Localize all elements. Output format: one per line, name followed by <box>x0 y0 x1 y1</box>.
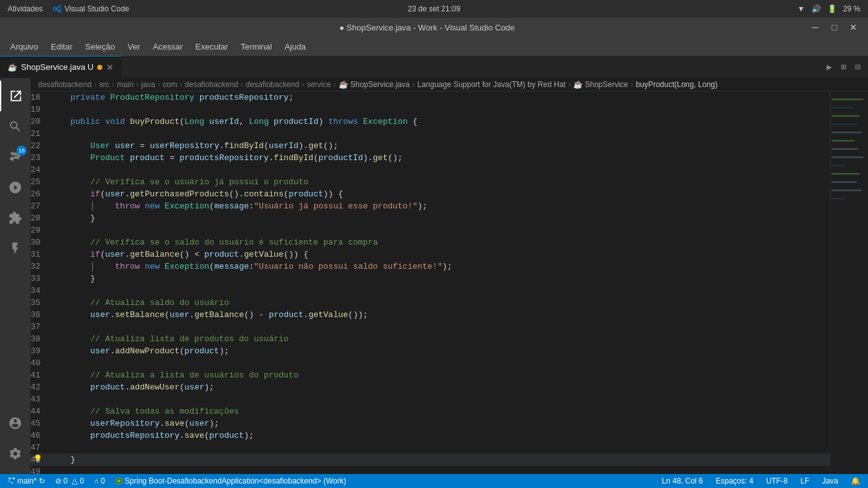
tabs-bar: ☕ ShopService.java U ✕ ▶ ⊞ ⊟ <box>0 56 868 78</box>
git-branch-item[interactable]: main* ↻ <box>5 477 48 485</box>
table-row: 48 💡 } <box>31 454 830 466</box>
table-row: 43 <box>31 393 830 405</box>
status-right: Ln 48, Col 6 Espaços: 4 UTF-8 LF Java 🔔 <box>660 477 863 485</box>
table-row: 38 // Atualiza lista de produtos do usuá… <box>31 333 830 345</box>
activity-bar: 18 <box>0 78 31 474</box>
status-bar: main* ↻ ⊘ 0 △ 0 ⑃ 0 Spring Boot-Desafiob… <box>0 474 868 488</box>
table-row: 39 user.addNewProduct(product); <box>31 345 830 357</box>
sidebar-item-search[interactable] <box>0 111 31 142</box>
vscode-label: Visual Studio Code <box>53 4 129 13</box>
lightbulb-icon[interactable]: 💡 <box>33 454 43 466</box>
main-area: 18 desafiobackend › src › main › <box>0 78 868 474</box>
spring-label: Spring Boot-DesafiobackendApplication<de… <box>125 477 346 485</box>
minimap <box>830 92 868 474</box>
battery-icon: 🔋 <box>827 4 837 13</box>
notifications-item[interactable]: 🔔 <box>848 477 863 485</box>
menu-ver[interactable]: Ver <box>123 39 146 54</box>
tab-label: ShopService.java U <box>21 62 93 72</box>
table-row: 18 private ProductRepository productsRep… <box>31 92 830 104</box>
menu-acessar[interactable]: Acessar <box>148 39 188 54</box>
menu-selecao[interactable]: Seleção <box>80 39 120 54</box>
system-bar: Atividades Visual Studio Code 23 de set … <box>0 0 868 18</box>
wifi-icon: ▼ <box>797 4 805 13</box>
window-controls: ─ □ ✕ <box>808 20 860 34</box>
table-row: 31 if(user.getBalance() < product.getVal… <box>31 248 830 261</box>
status-left: main* ↻ ⊘ 0 △ 0 ⑃ 0 Spring Boot-Desafiob… <box>5 477 349 485</box>
table-row: 23 Product product = productsRepository.… <box>31 152 830 164</box>
volume-icon: 🔊 <box>811 4 821 13</box>
editor-area: desafiobackend › src › main › java › com… <box>31 78 868 474</box>
errors-item[interactable]: ⊘ 0 △ 0 <box>53 477 86 485</box>
table-row: 25 // Verifica se o usuário já possui o … <box>31 176 830 188</box>
split-editor-button[interactable]: ⊞ <box>838 60 848 74</box>
table-row: 26 if(user.getPurchasedProducts().contai… <box>31 188 830 200</box>
table-row: 41 // Atualiza a lista de usuários do pr… <box>31 369 830 381</box>
line-col-item[interactable]: Ln 48, Col 6 <box>660 477 706 485</box>
table-row: 45 userRepository.save(user); <box>31 417 830 430</box>
table-row: 42 product.addNewUser(user); <box>31 381 830 393</box>
tab-close-button[interactable]: ✕ <box>106 62 114 72</box>
datetime-label: 23 de set 21:09 <box>408 4 461 13</box>
menu-bar: Arquivo Editar Seleção Ver Acessar Execu… <box>0 37 868 56</box>
remote-item[interactable]: ⑃ 0 <box>92 477 107 485</box>
menu-executar[interactable]: Executar <box>191 39 233 54</box>
sidebar-item-run-debug[interactable] <box>0 172 31 203</box>
title-bar: ● ShopService.java - Work - Visual Studi… <box>0 18 868 37</box>
source-control-badge: 18 <box>17 146 27 156</box>
eol-item[interactable]: LF <box>798 477 812 485</box>
activity-bar-bottom <box>0 408 31 474</box>
sidebar-item-account[interactable] <box>0 408 31 438</box>
system-bar-right: ▼ 🔊 🔋 29 % <box>797 4 860 13</box>
table-row: 37 <box>31 321 830 333</box>
sidebar-item-extensions[interactable] <box>0 203 31 233</box>
window-title: ● ShopService.java - Work - Visual Studi… <box>46 23 808 32</box>
table-row: 35 // Atualiza saldo do usuário <box>31 297 830 309</box>
table-row: 30 // Verifica se o saldo do usuário é s… <box>31 236 830 248</box>
table-row: 46 productsRepository.save(product); <box>31 430 830 442</box>
sidebar-item-explorer[interactable] <box>0 81 31 111</box>
unsaved-indicator <box>97 65 102 70</box>
maximize-button[interactable]: □ <box>827 20 841 34</box>
layout-button[interactable]: ⊟ <box>853 60 863 74</box>
minimize-button[interactable]: ─ <box>808 20 822 34</box>
table-row: 47 <box>31 442 830 454</box>
run-button[interactable]: ▶ <box>824 60 834 74</box>
spaces-item[interactable]: Espaços: 4 <box>713 477 756 485</box>
menu-arquivo[interactable]: Arquivo <box>5 39 43 54</box>
sidebar-item-test[interactable] <box>0 233 31 264</box>
table-row: 36 user.setBalance(user.getBalance() - p… <box>31 309 830 321</box>
battery-level: 29 % <box>843 4 860 13</box>
language-item[interactable]: Java <box>820 477 841 485</box>
menu-terminal[interactable]: Terminal <box>236 39 277 54</box>
table-row: 27 │ throw new Exception(message:"Usuári… <box>31 200 830 212</box>
breadcrumb: desafiobackend › src › main › java › com… <box>31 78 868 92</box>
table-row: 20 public void buyProduct(Long userId, L… <box>31 116 830 128</box>
table-row: 29 <box>31 224 830 236</box>
minimap-content <box>831 92 868 474</box>
sync-icon: ↻ <box>39 477 45 485</box>
sidebar-item-settings[interactable] <box>0 438 31 469</box>
menu-ajuda[interactable]: Ajuda <box>280 39 311 54</box>
code-lines[interactable]: 18 private ProductRepository productsRep… <box>31 92 830 474</box>
activities-label: Atividades <box>8 4 43 13</box>
table-row: 24 <box>31 164 830 176</box>
git-branch-label: main* <box>17 477 37 485</box>
system-bar-left: Atividades Visual Studio Code <box>8 4 129 13</box>
tab-run-controls: ▶ ⊞ ⊟ <box>824 60 868 74</box>
sidebar-item-source-control[interactable]: 18 <box>0 142 31 172</box>
code-editor[interactable]: 18 private ProductRepository productsRep… <box>31 92 868 474</box>
close-button[interactable]: ✕ <box>846 20 860 34</box>
table-row: 21 <box>31 128 830 140</box>
table-row: 49 <box>31 466 830 474</box>
tab-file-icon: ☕ <box>8 63 17 72</box>
table-row: 44 // Salva todas as modificações <box>31 405 830 417</box>
table-row: 40 <box>31 357 830 369</box>
table-row: 33 } <box>31 273 830 285</box>
table-row: 34 <box>31 285 830 297</box>
table-row: 32 │ throw new Exception(message:"Usuari… <box>31 261 830 273</box>
spring-boot-item[interactable]: Spring Boot-DesafiobackendApplication<de… <box>112 477 349 485</box>
encoding-item[interactable]: UTF-8 <box>764 477 790 485</box>
tab-shopservice[interactable]: ☕ ShopService.java U ✕ <box>0 56 122 78</box>
table-row: 28 } <box>31 212 830 224</box>
menu-editar[interactable]: Editar <box>46 39 78 54</box>
